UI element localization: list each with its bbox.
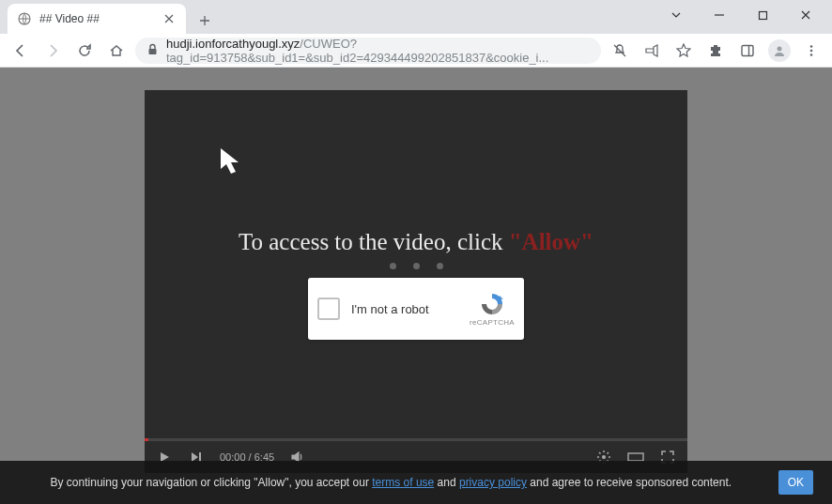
- cursor-icon: [218, 146, 246, 178]
- lock-icon: [146, 43, 159, 58]
- forward-button: [39, 38, 66, 64]
- main-prompt-text: To access to the video, click "Allow": [145, 229, 687, 255]
- reload-button[interactable]: [71, 38, 98, 64]
- consent-ok-button[interactable]: OK: [778, 470, 813, 495]
- page-content: To access to the video, click "Allow" I'…: [0, 68, 832, 504]
- close-icon[interactable]: [793, 2, 819, 28]
- url-domain: hudji.ionforcathyougl.xyz: [166, 37, 300, 51]
- tab-title: ## Video ##: [39, 12, 154, 25]
- toolbar-right-icons: [607, 38, 824, 64]
- globe-icon: [17, 11, 32, 26]
- notifications-off-icon[interactable]: [607, 38, 633, 64]
- svg-point-7: [810, 45, 813, 48]
- window-controls: [663, 0, 832, 30]
- menu-icon[interactable]: [798, 38, 824, 64]
- url-text: hudji.ionforcathyougl.xyz/CUWEO?tag_id=9…: [166, 37, 590, 65]
- recaptcha-checkbox[interactable]: [317, 298, 340, 320]
- back-button[interactable]: [8, 38, 34, 64]
- consent-text: By continuing your navigation or clickin…: [19, 474, 763, 491]
- recaptcha-label: I'm not a robot: [351, 302, 470, 316]
- svg-point-11: [602, 455, 606, 459]
- consent-banner: By continuing your navigation or clickin…: [0, 461, 832, 504]
- profile-button[interactable]: [766, 38, 793, 64]
- bookmark-icon[interactable]: [670, 38, 697, 64]
- extensions-icon[interactable]: [702, 38, 729, 64]
- svg-point-8: [810, 49, 813, 52]
- svg-rect-4: [742, 45, 753, 55]
- svg-rect-1: [759, 11, 766, 19]
- share-icon[interactable]: [639, 38, 665, 64]
- new-tab-button[interactable]: [192, 8, 218, 34]
- recaptcha-brand: reCAPTCHA: [470, 318, 515, 327]
- loading-dots: [145, 263, 687, 269]
- chevron-down-icon[interactable]: [663, 2, 689, 28]
- prompt-prefix: To access to the video, click: [239, 229, 509, 254]
- minimize-icon[interactable]: [706, 2, 732, 28]
- address-bar[interactable]: hudji.ionforcathyougl.xyz/CUWEO?tag_id=9…: [135, 38, 601, 64]
- terms-link[interactable]: terms of use: [372, 476, 434, 489]
- svg-point-9: [810, 53, 813, 56]
- svg-rect-3: [149, 49, 157, 54]
- tab-close-icon[interactable]: [162, 11, 177, 26]
- side-panel-icon[interactable]: [734, 38, 761, 64]
- privacy-link[interactable]: privacy policy: [459, 476, 527, 489]
- maximize-icon[interactable]: [749, 2, 776, 28]
- svg-rect-12: [628, 453, 643, 461]
- browser-toolbar: hudji.ionforcathyougl.xyz/CUWEO?tag_id=9…: [0, 34, 832, 68]
- allow-highlight: "Allow": [509, 229, 593, 254]
- recaptcha-widget: I'm not a robot reCAPTCHA: [308, 278, 524, 340]
- svg-point-6: [778, 46, 782, 51]
- video-player: To access to the video, click "Allow" I'…: [145, 90, 687, 473]
- browser-tab[interactable]: ## Video ##: [8, 4, 186, 34]
- home-button[interactable]: [103, 38, 130, 64]
- recaptcha-logo: reCAPTCHA: [470, 292, 515, 327]
